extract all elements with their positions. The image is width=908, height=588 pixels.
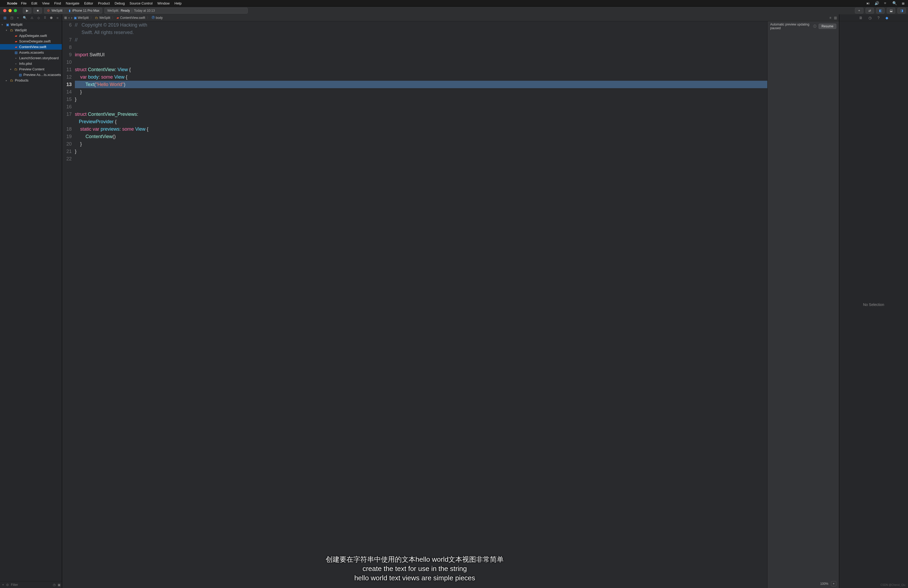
file-inspector-tab[interactable]: 🗎 (859, 16, 863, 20)
code-review-button[interactable]: ⇄ (866, 8, 874, 13)
disclosure-icon[interactable]: ▾ (2, 23, 4, 26)
menu-file[interactable]: File (21, 1, 27, 5)
menu-source-control[interactable]: Source Control (130, 1, 153, 5)
code-line[interactable]: Swift. All rights reserved. (75, 29, 767, 36)
tree-item-products[interactable]: ▸🗀Products (0, 77, 62, 83)
go-forward-button[interactable]: › (71, 16, 72, 20)
minimize-window-button[interactable] (8, 9, 12, 12)
zoom-level[interactable]: 100% (820, 582, 828, 586)
toggle-inspector-button[interactable]: ◨ (897, 8, 906, 13)
tree-item-contentview-swift[interactable]: ▰ContentView.swift (0, 44, 62, 50)
code-line[interactable]: var body: some View { (75, 73, 767, 81)
menu-edit[interactable]: Edit (31, 1, 37, 5)
code-line[interactable]: static var previews: some View { (75, 126, 767, 133)
source-control-navigator-tab[interactable]: ◳ (10, 16, 13, 20)
tree-item-info-plist[interactable]: ▫Info.plist (0, 61, 62, 66)
code-line[interactable]: } (75, 88, 767, 96)
spotlight-icon[interactable]: 🔍 (892, 1, 897, 5)
menu-product[interactable]: Product (98, 1, 110, 5)
resume-button[interactable]: Resume (818, 24, 836, 29)
scm-filter-icon[interactable]: ▣ (58, 583, 61, 587)
jumpbar-crumb-contentview-swift[interactable]: ▰ContentView.swift (117, 16, 145, 20)
menu-view[interactable]: View (42, 1, 49, 5)
stop-button[interactable]: ■ (34, 8, 42, 13)
code-line[interactable]: } (75, 140, 767, 148)
code-line[interactable] (75, 58, 767, 66)
menu-debug[interactable]: Debug (115, 1, 125, 5)
inspector-empty-label: No Selection (863, 303, 884, 307)
menu-navigate[interactable]: Navigate (66, 1, 79, 5)
add-target-button[interactable]: + (2, 583, 4, 587)
tree-item-label: AppDelegate.swift (19, 34, 47, 38)
related-items-button[interactable]: ⊞ (64, 16, 67, 20)
attributes-inspector-tab[interactable]: ◆ (885, 16, 889, 20)
code-line[interactable]: // Copyright © 2019 Hacking with (75, 21, 767, 29)
code-line[interactable]: Text("Hello World") (75, 81, 767, 88)
crumb-label: ContentView.swift (120, 16, 145, 20)
code-line[interactable]: PreviewProvider { (75, 118, 767, 126)
menu-editor[interactable]: Editor (84, 1, 93, 5)
menu-window[interactable]: Window (158, 1, 170, 5)
code-line[interactable]: struct ContentView_Previews: (75, 111, 767, 118)
project-navigator-tab[interactable]: ▤ (3, 16, 6, 20)
disclosure-icon[interactable]: ▾ (10, 68, 13, 71)
tree-item-label: Assets.xcassets (19, 50, 44, 55)
library-button[interactable]: + (855, 8, 863, 13)
screen-mirroring-icon[interactable]: ⏯ (866, 1, 870, 5)
code-line[interactable] (75, 103, 767, 111)
info-icon[interactable]: ⓘ (813, 24, 816, 29)
test-navigator-tab[interactable]: ◇ (37, 16, 40, 20)
code-line[interactable]: } (75, 148, 767, 155)
asset-icon: ▤ (14, 51, 18, 55)
code-line[interactable] (75, 155, 767, 163)
disclosure-icon[interactable]: ▸ (6, 79, 8, 82)
menu-find[interactable]: Find (54, 1, 61, 5)
code-line[interactable]: } (75, 96, 767, 103)
tree-item-scenedelegate-swift[interactable]: ▰SceneDelegate.swift (0, 39, 62, 44)
filter-input[interactable] (11, 583, 51, 587)
wifi-icon[interactable]: ᯤ (884, 1, 887, 5)
tree-item-wesplit[interactable]: ▾🗀WeSplit (0, 27, 62, 33)
symbol-navigator-tab[interactable]: ⌖ (17, 16, 19, 20)
code-line[interactable]: // (75, 36, 767, 43)
close-window-button[interactable] (3, 9, 6, 12)
tree-item-preview-as-ts-xcassets[interactable]: ▤Preview As…ts.xcassets (0, 72, 62, 77)
breakpoint-navigator-tab[interactable]: ⬣ (50, 16, 53, 20)
recent-filter-icon[interactable]: ◷ (53, 583, 55, 587)
control-center-icon[interactable]: ≣ (902, 1, 905, 5)
tree-item-appdelegate-swift[interactable]: ▰AppDelegate.swift (0, 33, 62, 39)
tree-item-preview-content[interactable]: ▾🗀Preview Content (0, 66, 62, 72)
source-editor[interactable]: 678910111213141516171819202122 // Copyri… (62, 21, 767, 588)
adjust-editor-options-button[interactable]: ▥ (834, 16, 837, 20)
disclosure-icon[interactable]: ▾ (6, 29, 8, 32)
jumpbar-crumb-body[interactable]: ⓟbody (151, 15, 163, 20)
code-line[interactable]: import SwiftUI (75, 51, 767, 58)
report-navigator-tab[interactable]: ⌾ (56, 16, 58, 20)
issue-navigator-tab[interactable]: ⚠ (31, 16, 34, 20)
debug-navigator-tab[interactable]: ⠿ (44, 16, 46, 20)
history-inspector-tab[interactable]: ◷ (868, 16, 872, 20)
find-navigator-tab[interactable]: 🔍 (23, 16, 27, 20)
jumpbar-crumb-wesplit[interactable]: 🗀WeSplit (95, 16, 110, 20)
scheme-device: iPhone 11 Pro Max (72, 9, 99, 13)
tree-item-label: LaunchScreen.storyboard (19, 56, 59, 60)
scheme-selector[interactable]: ⚙ WeSplit 〉 ▮ iPhone 11 Pro Max (44, 8, 102, 13)
run-button[interactable]: ▶ (23, 8, 31, 13)
code-line[interactable]: ContentView() (75, 133, 767, 140)
tree-item-wesplit[interactable]: ▾▣WeSplit (0, 22, 62, 27)
toggle-navigator-button[interactable]: ◧ (876, 8, 885, 13)
minimap-toggle[interactable]: ≡ (829, 16, 831, 20)
tree-item-launchscreen-storyboard[interactable]: ▫LaunchScreen.storyboard (0, 55, 62, 61)
quick-help-inspector-tab[interactable]: ? (877, 16, 880, 20)
add-preview-button[interactable]: + (831, 581, 836, 586)
toggle-debug-button[interactable]: ⬓ (887, 8, 895, 13)
code-line[interactable]: struct ContentView: View { (75, 66, 767, 73)
tree-item-assets-xcassets[interactable]: ▤Assets.xcassets (0, 50, 62, 55)
code-line[interactable] (75, 43, 767, 51)
fullscreen-window-button[interactable] (14, 9, 17, 12)
app-name[interactable]: Xcode (7, 1, 17, 5)
menu-help[interactable]: Help (174, 1, 182, 5)
jumpbar-crumb-wesplit[interactable]: ▣WeSplit (74, 16, 89, 20)
volume-icon[interactable]: 🔊 (874, 1, 879, 5)
go-back-button[interactable]: ‹ (69, 16, 69, 20)
